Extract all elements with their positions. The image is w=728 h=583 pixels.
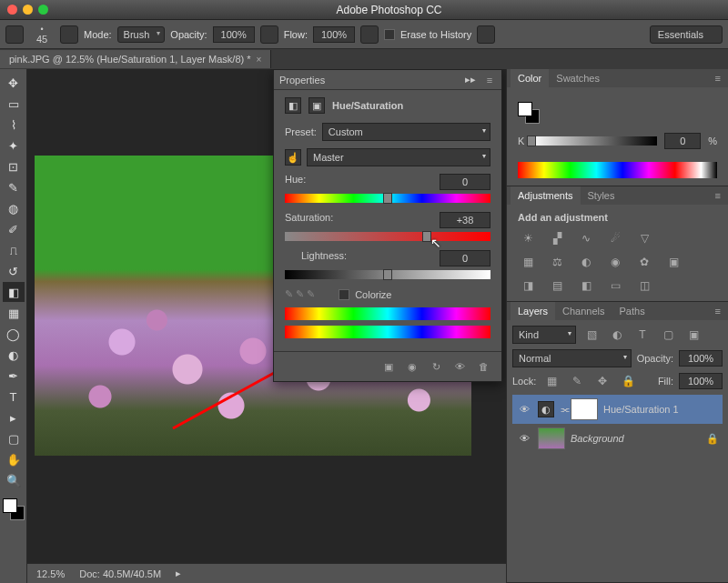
- opacity-field[interactable]: 100%: [213, 26, 255, 43]
- hue-icon[interactable]: ▦: [518, 254, 538, 270]
- saturation-slider[interactable]: ↖: [285, 232, 490, 241]
- opacity-pressure-icon[interactable]: [260, 25, 278, 44]
- eraser-tool[interactable]: ◧: [3, 282, 25, 302]
- pen-tool[interactable]: ✒: [3, 366, 25, 386]
- swatches-tab[interactable]: Swatches: [549, 69, 607, 87]
- layer-name[interactable]: Hue/Saturation 1: [603, 404, 679, 415]
- eyedropper-tool[interactable]: ✎: [3, 177, 25, 197]
- type-tool[interactable]: T: [3, 387, 25, 407]
- filter-type-icon[interactable]: T: [632, 327, 652, 343]
- curves-icon[interactable]: ∿: [576, 230, 596, 246]
- color-panel-menu[interactable]: ≡: [708, 69, 728, 87]
- canvas-area[interactable]: Properties ▸▸ ≡ ◧ ▣ Hue/Saturation Prese…: [27, 69, 506, 583]
- layer-item[interactable]: 👁 ◐ ⫘ Hue/Saturation 1: [512, 395, 723, 424]
- layer-name[interactable]: Background: [571, 433, 624, 444]
- healing-brush-tool[interactable]: ◍: [3, 198, 25, 218]
- clone-stamp-tool[interactable]: ⎍: [3, 240, 25, 260]
- tablet-pressure-icon[interactable]: [477, 25, 495, 44]
- minimize-window[interactable]: [23, 5, 33, 15]
- visibility-toggle[interactable]: 👁: [516, 404, 532, 415]
- erase-history-checkbox[interactable]: [384, 29, 395, 40]
- lightness-slider[interactable]: [285, 270, 490, 279]
- styles-tab[interactable]: Styles: [581, 186, 622, 205]
- paths-tab[interactable]: Paths: [612, 302, 652, 320]
- dodge-tool[interactable]: ◐: [3, 345, 25, 365]
- channels-tab[interactable]: Channels: [555, 302, 612, 320]
- brightness-icon[interactable]: ☀: [518, 230, 538, 246]
- path-selection-tool[interactable]: ▸: [3, 407, 25, 427]
- hue-thumb[interactable]: [383, 193, 392, 204]
- close-tab-icon[interactable]: ×: [257, 55, 262, 65]
- document-tab[interactable]: pink.JPG @ 12.5% (Hue/Saturation 1, Laye…: [0, 50, 271, 68]
- layer-mask-thumb[interactable]: [571, 398, 598, 420]
- lock-all-icon[interactable]: 🔒: [618, 373, 638, 389]
- layer-thumb[interactable]: [538, 427, 565, 449]
- bw-icon[interactable]: ◐: [576, 254, 596, 270]
- saturation-value[interactable]: +38: [440, 212, 490, 228]
- adjustments-tab[interactable]: Adjustments: [511, 186, 581, 205]
- color-swatch[interactable]: [518, 102, 540, 124]
- blend-mode-dropdown[interactable]: Normal: [512, 349, 632, 367]
- layers-panel-menu[interactable]: ≡: [708, 302, 728, 320]
- blur-tool[interactable]: ◯: [3, 324, 25, 344]
- flow-field[interactable]: 100%: [313, 26, 355, 43]
- fill-field[interactable]: 100%: [679, 373, 723, 389]
- lasso-tool[interactable]: ⌇: [3, 115, 25, 135]
- channel-dropdown[interactable]: Master: [307, 148, 490, 166]
- lock-paint-icon[interactable]: ✎: [567, 373, 587, 389]
- marquee-tool[interactable]: ▭: [3, 94, 25, 114]
- filter-kind-dropdown[interactable]: Kind: [512, 326, 576, 344]
- panel-menu-icon[interactable]: ≡: [483, 75, 496, 85]
- layer-item[interactable]: 👁 Background 🔒: [512, 424, 723, 453]
- hue-slider[interactable]: [285, 194, 490, 203]
- posterize-icon[interactable]: ▤: [547, 277, 567, 294]
- brush-size-picker[interactable]: •45: [29, 22, 55, 47]
- view-previous-icon[interactable]: ◉: [405, 359, 420, 374]
- mask-icon[interactable]: ▣: [308, 97, 325, 114]
- lightness-value[interactable]: 0: [440, 250, 490, 266]
- layers-tab[interactable]: Layers: [511, 302, 555, 320]
- airbrush-icon[interactable]: [360, 25, 379, 44]
- workspace-switcher[interactable]: Essentials: [650, 25, 723, 44]
- hand-tool[interactable]: ✋: [3, 449, 25, 469]
- crop-tool[interactable]: ⊡: [3, 156, 25, 176]
- tool-preset-picker[interactable]: [5, 25, 24, 44]
- delete-icon[interactable]: 🗑: [476, 359, 490, 374]
- selective-icon[interactable]: ◫: [634, 277, 654, 294]
- filter-pixel-icon[interactable]: ▧: [581, 327, 602, 343]
- properties-header[interactable]: Properties ▸▸ ≡: [274, 70, 501, 90]
- brush-panel-toggle[interactable]: [60, 25, 78, 44]
- invert-icon[interactable]: ◨: [518, 277, 538, 294]
- vibrance-icon[interactable]: ▽: [634, 230, 654, 246]
- adjustments-panel-menu[interactable]: ≡: [708, 186, 728, 205]
- reset-icon[interactable]: ↻: [429, 359, 443, 374]
- layer-adj-thumb[interactable]: ◐: [538, 401, 554, 417]
- mixer-icon[interactable]: ✿: [634, 254, 654, 270]
- close-window[interactable]: [7, 5, 17, 15]
- history-brush-tool[interactable]: ↺: [3, 261, 25, 281]
- filter-smart-icon[interactable]: ▣: [683, 327, 703, 343]
- balance-icon[interactable]: ⚖: [547, 254, 567, 270]
- gradient-map-icon[interactable]: ▭: [605, 277, 625, 294]
- color-spectrum[interactable]: [518, 162, 717, 178]
- targeted-adjustment-tool[interactable]: ☝: [285, 149, 301, 166]
- zoom-tool[interactable]: 🔍: [3, 470, 25, 490]
- k-value[interactable]: 0: [664, 133, 701, 149]
- photo-filter-icon[interactable]: ◉: [605, 254, 625, 270]
- doc-size[interactable]: Doc: 40.5M/40.5M: [79, 568, 161, 579]
- hue-value[interactable]: 0: [440, 174, 490, 190]
- brush-tool[interactable]: ✐: [3, 219, 25, 239]
- zoom-level[interactable]: 12.5%: [36, 568, 65, 579]
- filter-shape-icon[interactable]: ▢: [658, 327, 678, 343]
- magic-wand-tool[interactable]: ✦: [3, 136, 25, 156]
- preset-dropdown[interactable]: Custom: [322, 123, 490, 141]
- mode-dropdown[interactable]: Brush: [117, 26, 166, 43]
- rectangle-tool[interactable]: ▢: [3, 428, 25, 448]
- clip-to-layer-icon[interactable]: ▣: [381, 359, 396, 374]
- collapse-icon[interactable]: ▸▸: [465, 74, 476, 85]
- lightness-thumb[interactable]: [383, 269, 392, 280]
- k-thumb[interactable]: [527, 136, 536, 146]
- lock-pos-icon[interactable]: ✥: [592, 373, 612, 389]
- colorize-checkbox[interactable]: [339, 289, 349, 300]
- status-caret[interactable]: ▸: [176, 568, 181, 579]
